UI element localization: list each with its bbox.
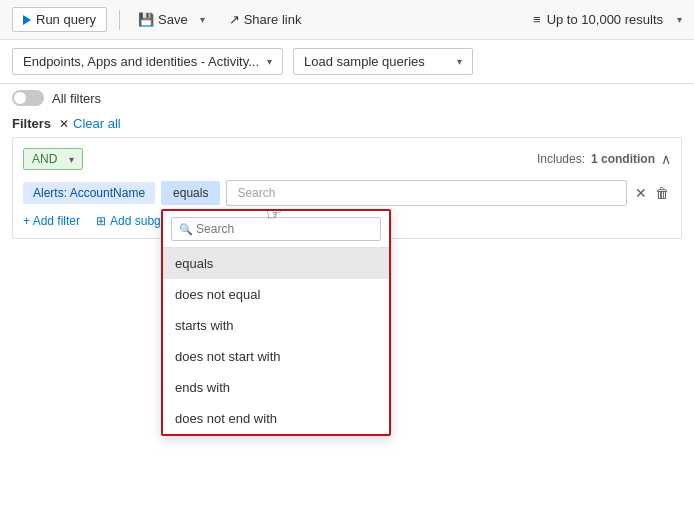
toolbar: Run query 💾 Save ▾ ↗ Share link ≡ Up to …: [0, 0, 694, 40]
toolbar-divider: [119, 10, 120, 30]
operator-dropdown: 🔍 equals does not equal starts with does…: [161, 209, 391, 436]
toolbar-left: Run query 💾 Save ▾ ↗ Share link: [12, 7, 307, 32]
sample-queries-label: Load sample queries: [304, 54, 425, 69]
play-icon: [23, 15, 31, 25]
results-chevron-icon: ▾: [677, 14, 682, 25]
filter-row: Alerts: AccountName equals ☞ 🔍 equals: [23, 180, 671, 206]
operator-item-does-not-equal[interactable]: does not equal: [163, 279, 389, 310]
all-filters-label: All filters: [52, 91, 101, 106]
save-chevron-icon: ▾: [200, 14, 205, 25]
close-filter-button[interactable]: ✕: [633, 183, 649, 203]
operator-container: equals ☞ 🔍 equals does not equal starts …: [161, 181, 220, 205]
endpoint-dropdown[interactable]: Endpoints, Apps and identities - Activit…: [12, 48, 283, 75]
dropdown-search-box: 🔍: [163, 211, 389, 248]
add-subgroup-icon: ⊞: [96, 214, 106, 228]
dropdown-list: equals does not equal starts with does n…: [163, 248, 389, 434]
add-filter-button[interactable]: + Add filter: [23, 214, 80, 228]
includes-info: Includes: 1 condition ∧: [537, 151, 671, 167]
dropdown-search-input[interactable]: [171, 217, 381, 241]
sample-queries-chevron-icon: ▾: [457, 56, 462, 67]
operator-item-starts-with[interactable]: starts with: [163, 310, 389, 341]
share-link-button[interactable]: ↗ Share link: [223, 8, 308, 31]
run-query-label: Run query: [36, 12, 96, 27]
endpoint-dropdown-label: Endpoints, Apps and identities - Activit…: [23, 54, 259, 69]
selector-row: Endpoints, Apps and identities - Activit…: [0, 40, 694, 84]
save-button[interactable]: 💾 Save ▾: [132, 8, 211, 31]
run-query-button[interactable]: Run query: [12, 7, 107, 32]
and-chevron-icon: ▾: [69, 154, 74, 165]
filter-area-header: AND ▾ Includes: 1 condition ∧: [23, 148, 671, 170]
search-icon: 🔍: [179, 223, 193, 236]
equals-button[interactable]: equals: [161, 181, 220, 205]
share-icon: ↗: [229, 12, 240, 27]
results-label: Up to 10,000 results: [547, 12, 663, 27]
toggle-knob: [14, 92, 26, 104]
sample-queries-dropdown[interactable]: Load sample queries ▾: [293, 48, 473, 75]
value-search-placeholder: Search: [237, 186, 275, 200]
filters-header: Filters ✕ Clear all: [0, 112, 694, 137]
add-filter-label: + Add filter: [23, 214, 80, 228]
clear-all-label: Clear all: [73, 116, 121, 131]
and-label: AND: [32, 152, 57, 166]
filter-actions: ✕ 🗑: [633, 183, 671, 203]
save-label: Save: [158, 12, 188, 27]
and-button[interactable]: AND ▾: [23, 148, 83, 170]
operator-item-ends-with[interactable]: ends with: [163, 372, 389, 403]
delete-filter-button[interactable]: 🗑: [653, 183, 671, 203]
search-wrapper: 🔍: [171, 217, 381, 241]
condition-count: 1 condition: [591, 152, 655, 166]
toggle-row: All filters: [0, 84, 694, 112]
save-icon: 💾: [138, 12, 154, 27]
clear-all-button[interactable]: ✕ Clear all: [59, 116, 121, 131]
results-icon: ≡: [533, 12, 541, 27]
operator-item-does-not-end-with[interactable]: does not end with: [163, 403, 389, 434]
all-filters-toggle[interactable]: [12, 90, 44, 106]
collapse-button[interactable]: ∧: [661, 151, 671, 167]
includes-label: Includes:: [537, 152, 585, 166]
operator-item-equals[interactable]: equals: [163, 248, 389, 279]
equals-label: equals: [173, 186, 208, 200]
clear-all-x-icon: ✕: [59, 117, 69, 131]
filter-area: AND ▾ Includes: 1 condition ∧ Alerts: Ac…: [12, 137, 682, 239]
share-link-label: Share link: [244, 12, 302, 27]
value-search-button[interactable]: Search: [226, 180, 627, 206]
field-badge: Alerts: AccountName: [23, 182, 155, 204]
toolbar-right: ≡ Up to 10,000 results ▾: [533, 12, 682, 27]
filters-title: Filters: [12, 116, 51, 131]
operator-item-does-not-start-with[interactable]: does not start with: [163, 341, 389, 372]
endpoint-chevron-icon: ▾: [267, 56, 272, 67]
